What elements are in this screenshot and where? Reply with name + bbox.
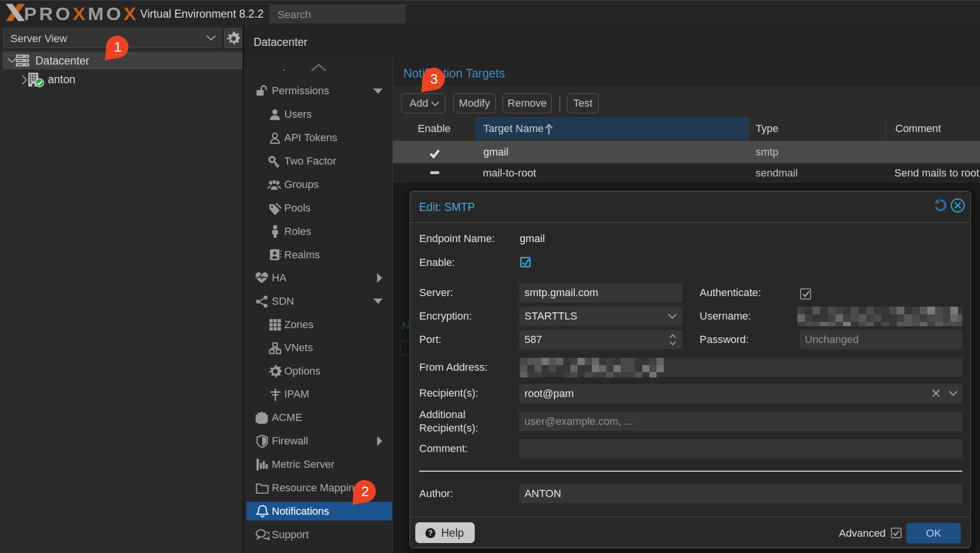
- svg-text:2: 2: [361, 484, 369, 499]
- svg-text:1: 1: [114, 39, 122, 55]
- svg-text:3: 3: [430, 71, 438, 87]
